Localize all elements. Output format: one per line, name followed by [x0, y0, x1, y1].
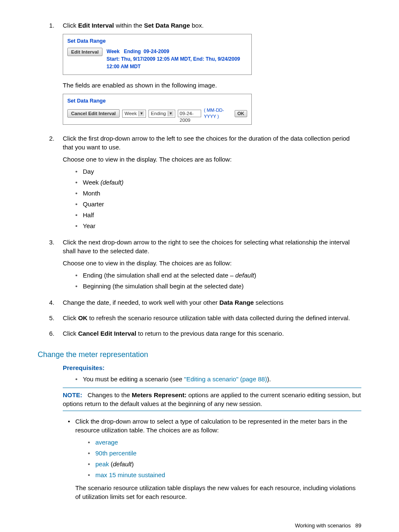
list-item: Half [75, 211, 361, 219]
step-number: 5. [38, 314, 63, 326]
step1-text: Click Edit Interval within the Set Data … [63, 21, 361, 30]
date-format-hint: ( MM-DD-YYYY ) [204, 107, 232, 120]
duration-dropdown[interactable]: Week▼ [122, 110, 146, 118]
step-number: 3. [38, 238, 63, 295]
date-field[interactable]: 09-24-2009 [178, 110, 202, 117]
step-number: 6. [38, 329, 63, 341]
step5-text: Click OK to refresh the scenario resourc… [63, 314, 361, 322]
list-item: Week (default) [75, 178, 361, 187]
prerequisites-label: Prerequisites: [63, 363, 361, 372]
screenshot-set-data-range-1: Set Data Range Edit Interval Week Ending… [63, 34, 252, 75]
screenshot-set-data-range-2: Set Data Range Cancel Edit Interval Week… [63, 94, 252, 125]
after-step1-text: The fields are enabled as shown in the f… [63, 81, 361, 90]
sub-text1: Click the drop-down arrow to select a ty… [75, 417, 361, 434]
step2-text2: Choose one to view in the display. The c… [63, 155, 361, 164]
box-title: Set Data Range [67, 38, 247, 45]
interval-range: Start: Thu, 9/17/2009 12:05 AM MDT, End:… [107, 55, 247, 70]
step-number: 1. [38, 21, 63, 131]
edit-interval-button[interactable]: Edit Interval [67, 48, 102, 56]
list-item: average [88, 438, 361, 447]
step6-text: Click Cancel Edit Interval to return to … [63, 329, 361, 338]
step3-text2: Choose one to view in the display. The c… [63, 259, 361, 267]
list-item: Ending (the simulation shall end at the … [75, 271, 361, 280]
sub-text2: The scenario resource utilization table … [75, 483, 361, 501]
box-title: Set Data Range [67, 98, 247, 105]
cancel-edit-interval-button[interactable]: Cancel Edit Interval [67, 109, 120, 118]
step2-text1: Click the first drop-down arrow to the l… [63, 134, 361, 152]
list-item: Year [75, 221, 361, 230]
relationship-dropdown[interactable]: Ending▼ [148, 110, 175, 118]
max-15-min-link[interactable]: max 15 minute sustained [95, 471, 165, 478]
90th-percentile-link[interactable]: 90th percentile [95, 450, 136, 457]
list-item: Quarter [75, 200, 361, 208]
note-label: NOTE: [63, 391, 82, 398]
peak-link[interactable]: peak [95, 460, 109, 468]
interval-summary: Week Ending 09-24-2009 [107, 48, 247, 55]
note-block: NOTE: Changes to the Meters Represent: o… [63, 388, 361, 411]
bullet-marker: • [63, 417, 75, 501]
step-number: 2. [38, 134, 63, 234]
list-item: peak (default) [88, 460, 361, 468]
step4-text: Change the date, if needed, to work well… [63, 298, 361, 307]
page-footer: Working with scenarios 89 [38, 522, 361, 529]
average-link[interactable]: average [95, 439, 118, 446]
list-item: Month [75, 189, 361, 198]
chevron-down-icon: ▼ [168, 111, 174, 116]
step3-text1: Click the next drop-down arrow to the ri… [63, 238, 361, 255]
list-item: You must be editing a scenario (see "Edi… [75, 375, 361, 383]
list-item: max 15 minute sustained [88, 470, 361, 479]
list-item: Day [75, 167, 361, 176]
editing-scenario-link[interactable]: "Editing a scenario" (page 88) [184, 375, 267, 383]
section-heading: Change the meter representation [38, 350, 361, 360]
chevron-down-icon: ▼ [138, 111, 144, 116]
ok-button[interactable]: OK [235, 110, 248, 117]
list-item: 90th percentile [88, 449, 361, 457]
step-number: 4. [38, 298, 63, 310]
list-item: Beginning (the simulation shall begin at… [75, 282, 361, 290]
